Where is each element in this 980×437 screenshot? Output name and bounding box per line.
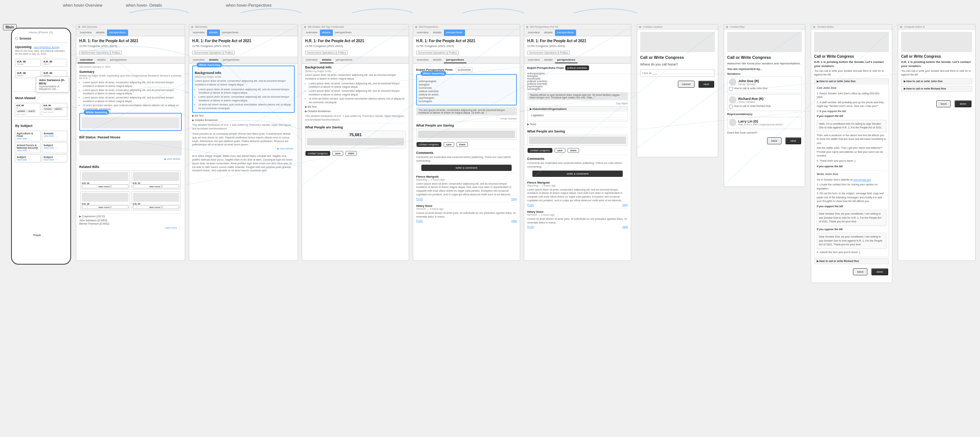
tab-overview-inner[interactable]: overview: [78, 57, 95, 63]
tab-ov-p1[interactable]: overview: [415, 30, 431, 36]
expert-political-scientists[interactable]: political scientists: [419, 89, 514, 93]
write-comment-btn-p[interactable]: write a comment: [421, 165, 512, 171]
tab-ov-ps1[interactable]: overview: [526, 30, 542, 36]
cae-accordion-1-header[interactable]: ▶ How to call or write John Doe: [902, 79, 972, 84]
expert-psychologists[interactable]: psychologists: [419, 96, 514, 100]
rep-back-btn[interactable]: back: [767, 137, 781, 144]
bill-text-expand[interactable]: ▶ Bill Text: [192, 114, 295, 117]
cosponsor-expand[interactable]: ▶ Cosponsors (222 D): [79, 215, 182, 218]
cae-accordion-2-header[interactable]: ▶ How to call or write Richard Roe: [902, 86, 972, 91]
ps-flag-1[interactable]: FLAG: [527, 203, 534, 206]
expert-sociologists[interactable]: sociologists: [419, 100, 514, 103]
doe-website-link[interactable]: doe.senate.gov: [853, 178, 871, 181]
ps-flag-2[interactable]: FLAG: [527, 225, 534, 228]
contact-congress-btn-c[interactable]: contact congress: [305, 151, 330, 156]
news-expand[interactable]: ▶ News: [527, 123, 628, 126]
reply-1-p[interactable]: reply: [511, 198, 517, 200]
flag-2-p[interactable]: FLAG: [416, 219, 423, 222]
senator-2-checkbox[interactable]: How to call or write Richard Roe: [729, 105, 800, 108]
condensed-detailed-breakdown-expand[interactable]: ▶ Detailed Breakdown: [305, 110, 406, 113]
expert-dropdown[interactable]: economists: [456, 65, 473, 72]
contact-congress-btn-p[interactable]: contact congress: [417, 142, 441, 147]
tab-ov-ci[interactable]: overview: [304, 57, 320, 63]
tab-per-ci[interactable]: perspectives: [334, 57, 355, 63]
cae-back-btn[interactable]: back: [936, 100, 951, 107]
cat-subject-3[interactable]: Subject view bills →: [42, 154, 68, 162]
tab-details-inner[interactable]: details: [95, 57, 108, 63]
save-btn-c[interactable]: save: [332, 151, 343, 156]
mv-item-2[interactable]: H.R. 00 browse options learn more ☐: [42, 103, 67, 117]
accordion-richard-roe-header[interactable]: ▶ How to call or write Richard Roe: [815, 259, 889, 264]
tab-per-pi[interactable]: perspectives: [444, 57, 466, 63]
ps-reply-2[interactable]: reply: [622, 225, 628, 228]
stakeholders-expand[interactable]: ▶ Stakeholders/Organizations: [528, 106, 628, 112]
cat-agriculture[interactable]: Agriculture & Food view bills →: [15, 130, 41, 141]
cat-armed-forces[interactable]: Armed Forces & National Security view bi…: [15, 143, 41, 153]
save-btn-p[interactable]: save: [444, 142, 454, 147]
tab-details-d1-hl[interactable]: details: [207, 30, 220, 36]
expert-biologists[interactable]: biologists: [419, 83, 514, 86]
mv-item-1[interactable]: H.R. 00 ● updates search learn more ☐: [15, 103, 40, 117]
detailed-breakdown-expand[interactable]: ▶ Detailed Breakdown: [192, 119, 295, 122]
expert-economists[interactable]: economists: [419, 86, 514, 89]
related-bill-3-btn[interactable]: learn more ☐: [82, 205, 129, 209]
cae-done-btn[interactable]: done: [955, 100, 972, 107]
view-details-link[interactable]: ▶ view details: [79, 157, 182, 161]
ps-reply-1[interactable]: reply: [622, 203, 628, 206]
related-bill-1-btn[interactable]: learn more ☐: [82, 184, 129, 188]
location-cancel-btn[interactable]: cancel: [678, 81, 695, 88]
accordion-john-doe-header[interactable]: ▶ How to call or write John Doe: [815, 79, 889, 84]
tab-details-1[interactable]: details: [94, 30, 107, 36]
tab-ov-pi[interactable]: overview: [415, 57, 431, 63]
write-comment-btn-ps[interactable]: write a comment: [532, 171, 623, 177]
view-legislative-link[interactable]: view legislative activity: [34, 46, 60, 48]
expert-political-artists[interactable]: political ari artists: [419, 93, 514, 96]
share-btn-p[interactable]: share: [457, 142, 468, 147]
pol-sci-dropdown[interactable]: political scientists: [565, 65, 589, 70]
view-details-d[interactable]: ▶ view details: [192, 146, 295, 151]
related-bill-4-btn[interactable]: learn more ☐: [133, 205, 180, 209]
browse-radio[interactable]: [15, 37, 18, 40]
tab-perspectives-inner[interactable]: perspectives: [108, 57, 129, 63]
tab-dt-pi[interactable]: details: [431, 57, 444, 63]
tab-per-d-i[interactable]: perspectives: [221, 57, 242, 63]
tab-ov-psi[interactable]: overview: [526, 57, 542, 63]
economist-dropdown[interactable]: economists: [456, 67, 473, 72]
condensed-bill-text-expand[interactable]: ▶ Bill Text: [305, 105, 406, 108]
stakeholder-legislators[interactable]: Legislators: [530, 113, 625, 118]
action-done-btn[interactable]: done: [871, 268, 888, 275]
tab-per-p1-hl[interactable]: perspectives: [444, 30, 465, 36]
rep-next-btn[interactable]: next: [785, 137, 801, 144]
tab-dt-ci[interactable]: details: [320, 57, 334, 63]
tab-per-c1[interactable]: perspectives: [333, 30, 354, 36]
action-back-btn[interactable]: back: [853, 268, 867, 275]
expert-anthropologists[interactable]: anthropologists: [419, 79, 514, 83]
tab-perspectives-d1[interactable]: perspectives: [220, 30, 241, 36]
tab-dt-p1[interactable]: details: [431, 30, 444, 36]
share-btn-ps[interactable]: share: [568, 148, 579, 153]
location-next-btn[interactable]: next: [698, 81, 714, 88]
flag-1-p[interactable]: FLAG: [416, 198, 423, 200]
cat-subject-2[interactable]: Subject view bills →: [15, 154, 41, 162]
save-btn-ps[interactable]: save: [555, 148, 565, 153]
contact-congress-btn-ps[interactable]: contact congress: [528, 148, 552, 153]
tab-overview-1[interactable]: overview: [78, 30, 94, 36]
tab-overview-d1[interactable]: overview: [191, 30, 207, 36]
cat-animals[interactable]: Animals view bills →: [42, 130, 68, 141]
share-btn-c[interactable]: share: [345, 151, 357, 156]
stakeholder-item-1[interactable]: [530, 118, 625, 119]
reply-2-p[interactable]: reply: [511, 219, 517, 222]
tab-per-psi[interactable]: perspectives: [555, 57, 578, 63]
tab-dt-ps1[interactable]: details: [542, 30, 555, 36]
tab-dt-c1-hl[interactable]: details: [320, 30, 333, 36]
view-more-cosponsors[interactable]: view more →: [79, 226, 182, 230]
related-bill-2-btn[interactable]: learn more ☐: [133, 184, 180, 188]
bill-card-1[interactable]: H.R. 00 House: [15, 59, 41, 67]
cat-subject-1[interactable]: Subject view bills →: [42, 143, 68, 153]
tab-dt-psi[interactable]: details: [542, 57, 555, 63]
bill-card-2[interactable]: H.R. 00 Ht.is it: [42, 59, 67, 67]
tab-perspectives-1-hl[interactable]: perspectives: [107, 30, 128, 36]
senator-1-checkbox[interactable]: How to call or write John Doe: [729, 87, 800, 91]
tab-per-ps1-hl[interactable]: perspectives: [555, 30, 576, 36]
contact-address-input[interactable]: [640, 69, 715, 76]
